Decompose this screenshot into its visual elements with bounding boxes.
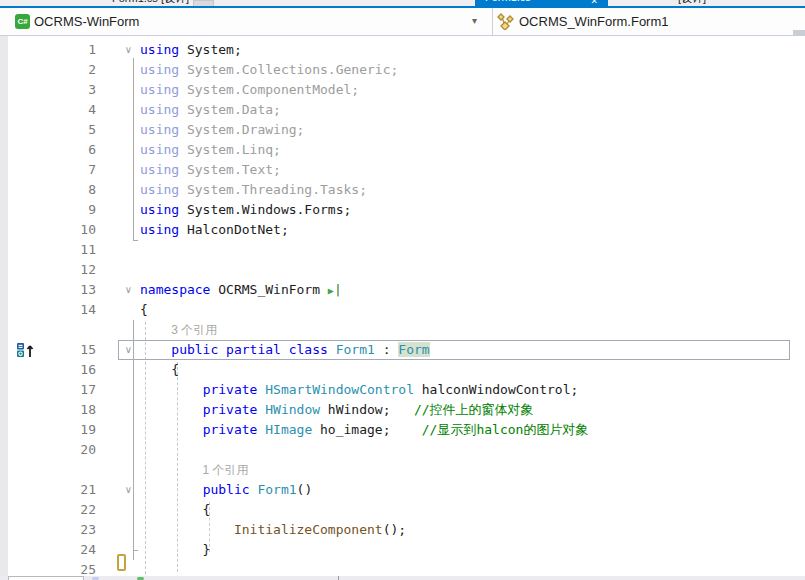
- collapse-chevron-icon[interactable]: ∨: [120, 480, 137, 499]
- navbar-separator: [492, 8, 493, 35]
- line-number: 10: [0, 220, 96, 240]
- code-line[interactable]: 3using System.ComponentModel;: [0, 80, 805, 100]
- line-number: 21: [0, 480, 96, 500]
- code-text: private HWindow hWindow; //控件上的窗体对象: [140, 400, 534, 420]
- code-line[interactable]: 9using System.Windows.Forms;: [0, 200, 805, 220]
- tab-label: Form1.cs: [485, 0, 531, 3]
- code-line[interactable]: 12: [0, 260, 805, 280]
- code-text: public Form1(): [140, 480, 312, 500]
- code-line[interactable]: 19 private HImage ho_image; //显示到halcon的…: [0, 420, 805, 440]
- code-text: using System.Data;: [140, 100, 281, 120]
- code-editor[interactable]: 1∨using System;2using System.Collections…: [0, 36, 805, 576]
- line-number: 13: [0, 280, 96, 300]
- inheritance-margin-icon[interactable]: [16, 342, 42, 362]
- collapse-chevron-icon[interactable]: ∨: [120, 340, 137, 359]
- code-text: using System.Drawing;: [140, 120, 304, 140]
- code-text: InitializeComponent();: [140, 520, 406, 540]
- line-number: 24: [0, 540, 96, 560]
- code-text: private HImage ho_image; //显示到halcon的图片对…: [140, 420, 588, 440]
- code-line[interactable]: 5using System.Drawing;: [0, 120, 805, 140]
- line-number: 19: [0, 420, 96, 440]
- code-line[interactable]: 7using System.Text;: [0, 160, 805, 180]
- code-line[interactable]: 13∨namespace OCRMS_WinForm ▶|: [0, 280, 805, 300]
- code-line[interactable]: 18 private HWindow hWindow; //控件上的窗体对象: [0, 400, 805, 420]
- code-text: using System.Text;: [140, 160, 281, 180]
- code-text: }: [140, 540, 210, 560]
- code-text: {: [140, 300, 148, 320]
- line-number: 23: [0, 520, 96, 540]
- codelens-row: 1 个引用: [0, 460, 805, 480]
- tab-bar: Form1.cs [设计] Form1.cs ✕ [设计]: [0, 0, 805, 8]
- code-line[interactable]: 17 private HSmartWindowControl halconWin…: [0, 380, 805, 400]
- line-number: 4: [0, 100, 96, 120]
- navigation-bar: C# OCRMS-WinForm ▾ OCRMS_WinForm.Form1: [0, 8, 805, 36]
- codelens-references[interactable]: 1 个引用: [202, 462, 248, 479]
- line-number: 16: [0, 360, 96, 380]
- code-text: using System;: [140, 40, 242, 60]
- bottom-panel-box: [8, 576, 84, 580]
- code-text: {: [140, 500, 210, 520]
- line-number: 9: [0, 200, 96, 220]
- collapse-chevron-icon[interactable]: ∨: [120, 280, 137, 299]
- code-line[interactable]: 21∨ public Form1(): [0, 480, 805, 500]
- line-number: 14: [0, 300, 96, 320]
- line-number: 6: [0, 140, 96, 160]
- code-text: {: [140, 360, 179, 380]
- code-text: private HSmartWindowControl halconWindow…: [140, 380, 578, 400]
- project-dropdown[interactable]: OCRMS-WinForm: [34, 8, 139, 35]
- csharp-project-icon: C#: [15, 14, 30, 29]
- line-number: 1: [0, 40, 96, 60]
- code-line[interactable]: 10using HalconDotNet;: [0, 220, 805, 240]
- code-line[interactable]: 2using System.Collections.Generic;: [0, 60, 805, 80]
- change-marker: [117, 554, 126, 571]
- collapse-chevron-icon[interactable]: ∨: [120, 40, 137, 59]
- code-text: using System.Linq;: [140, 140, 281, 160]
- chevron-down-icon[interactable]: ▾: [472, 8, 477, 35]
- class-icon: [497, 13, 515, 34]
- code-line[interactable]: 15∨ public partial class Form1 : Form: [0, 340, 805, 360]
- bottom-panel-edge: [0, 576, 805, 580]
- code-text: using HalconDotNet;: [140, 220, 289, 240]
- code-text: using System.Windows.Forms;: [140, 200, 351, 220]
- codelens-references[interactable]: 3 个引用: [171, 322, 217, 339]
- code-line[interactable]: 14{: [0, 300, 805, 320]
- code-line[interactable]: 23 InitializeComponent();: [0, 520, 805, 540]
- line-number: 18: [0, 400, 96, 420]
- line-number: 17: [0, 380, 96, 400]
- line-number: 2: [0, 60, 96, 80]
- code-text: using System.ComponentModel;: [140, 80, 359, 100]
- code-line[interactable]: 4using System.Data;: [0, 100, 805, 120]
- type-dropdown[interactable]: OCRMS_WinForm.Form1: [519, 8, 669, 35]
- code-line[interactable]: 20: [0, 440, 805, 460]
- line-number: 7: [0, 160, 96, 180]
- code-line[interactable]: 11: [0, 240, 805, 260]
- line-number: 3: [0, 80, 96, 100]
- code-text: public partial class Form1 : Form: [140, 340, 430, 360]
- code-line[interactable]: 1∨using System;: [0, 40, 805, 60]
- line-number: 22: [0, 500, 96, 520]
- code-text: namespace OCRMS_WinForm ▶|: [140, 280, 342, 301]
- line-number: 12: [0, 260, 96, 280]
- line-number: 15: [0, 340, 96, 360]
- codelens-row: 3 个引用: [0, 320, 805, 340]
- code-line[interactable]: 6using System.Linq;: [0, 140, 805, 160]
- code-line[interactable]: 16 {: [0, 360, 805, 380]
- code-text: using System.Collections.Generic;: [140, 60, 398, 80]
- code-text: using System.Threading.Tasks;: [140, 180, 367, 200]
- line-number: 5: [0, 120, 96, 140]
- code-rows: 1∨using System;2using System.Collections…: [0, 40, 805, 580]
- code-line[interactable]: 8using System.Threading.Tasks;: [0, 180, 805, 200]
- line-number: 11: [0, 240, 96, 260]
- bottom-panel-divider: [338, 576, 339, 580]
- line-number: 20: [0, 440, 96, 460]
- code-line[interactable]: 22 {: [0, 500, 805, 520]
- line-number: 8: [0, 180, 96, 200]
